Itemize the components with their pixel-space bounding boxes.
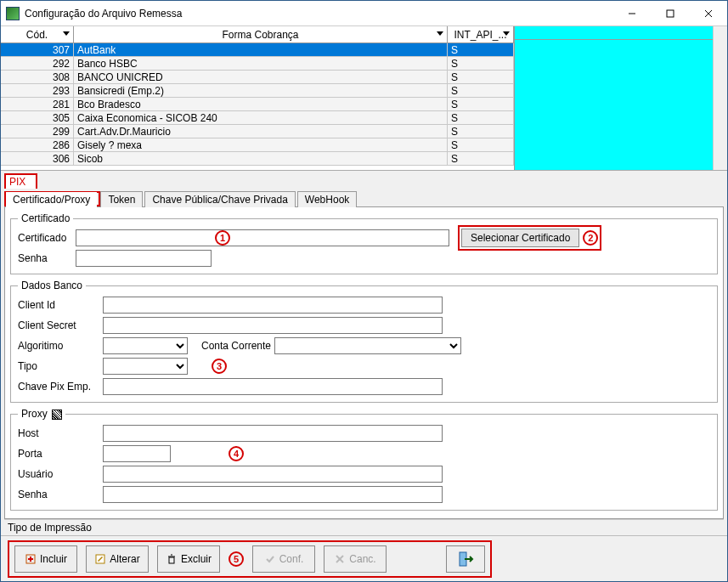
chave-pix-input[interactable] <box>103 378 443 395</box>
group-proxy-legend-text: Proxy <box>21 408 48 420</box>
cell-cod: 307 <box>1 43 74 56</box>
cell-api: S <box>448 152 514 165</box>
cell-forma: Banco HSBC <box>74 57 448 70</box>
conf-button[interactable]: Conf. <box>252 545 315 573</box>
minimize-button[interactable] <box>612 1 651 25</box>
client-id-input[interactable] <box>103 297 443 314</box>
callout-5: 5 <box>229 551 244 567</box>
callout-4: 4 <box>229 446 244 461</box>
cell-api: S <box>448 71 514 83</box>
svg-rect-8 <box>169 557 174 563</box>
table-row[interactable]: 305Caixa Economica - SICOB 240S <box>1 111 514 125</box>
porta-input[interactable] <box>103 445 171 462</box>
proxy-checkbox[interactable] <box>52 410 62 420</box>
scrollbar[interactable] <box>713 26 727 170</box>
label-certificado: Certificado <box>18 232 72 244</box>
cell-api: S <box>448 84 514 97</box>
incluir-label: Incluir <box>40 553 67 565</box>
client-secret-input[interactable] <box>103 317 443 334</box>
select-certificate-button[interactable]: Selecionar Certificado <box>461 229 579 247</box>
label-tipo: Tipo <box>18 360 99 372</box>
label-conta-corrente: Conta Corrente <box>201 340 271 352</box>
cell-cod: 292 <box>1 57 74 70</box>
tab-pix[interactable]: PIX <box>4 173 37 189</box>
table-row[interactable]: 307AutBankS <box>1 43 514 57</box>
cell-api: S <box>448 111 514 124</box>
algoritimo-select[interactable] <box>103 337 188 354</box>
callout-2: 2 <box>583 230 598 246</box>
col-header-forma[interactable]: Forma Cobrança <box>74 26 448 42</box>
window-buttons <box>612 1 727 25</box>
tab-webhook[interactable]: WebHook <box>297 191 357 207</box>
window-title: Configuração do Arquivo Remessa <box>25 8 612 20</box>
tipo-impressao-bar: Tipo de Impressão <box>4 519 724 535</box>
exit-button[interactable] <box>446 545 485 573</box>
table-row[interactable]: 299Cart.Adv.Dr.MauricioS <box>1 125 514 138</box>
conf-label: Conf. <box>279 553 304 565</box>
cell-cod: 293 <box>1 84 74 97</box>
canc-button[interactable]: Canc. <box>324 545 387 573</box>
tab-certificado-proxy[interactable]: Certificado/Proxy <box>6 192 97 207</box>
check-icon <box>264 553 276 565</box>
label-senha-proxy: Senha <box>18 489 99 500</box>
cell-api: S <box>448 43 514 56</box>
tab-chave[interactable]: Chave Pública/Chave Privada <box>144 191 295 207</box>
table-row[interactable]: 293Bansicredi (Emp.2)S <box>1 84 514 98</box>
titlebar: Configuração do Arquivo Remessa <box>1 1 727 26</box>
table-row[interactable]: 292Banco HSBCS <box>1 57 514 71</box>
label-porta: Porta <box>18 448 99 460</box>
cell-api: S <box>448 138 514 151</box>
col-header-cod-label: Cód. <box>26 29 48 41</box>
group-dados-banco: Dados Banco Client Id Client Secret Algo… <box>10 280 718 403</box>
edit-icon <box>94 553 106 565</box>
tab-token[interactable]: Token <box>100 191 143 207</box>
alterar-label: Alterar <box>110 553 139 565</box>
plus-icon <box>25 553 37 565</box>
chevron-down-icon <box>503 31 510 36</box>
cell-forma: AutBank <box>74 43 448 56</box>
col-header-api[interactable]: INT_API_... <box>448 26 514 42</box>
grid-body[interactable]: 307AutBankS292Banco HSBCS308BANCO UNICRE… <box>1 43 514 170</box>
cell-forma: Cart.Adv.Dr.Mauricio <box>74 125 448 138</box>
table-row[interactable]: 286Gisely ? mexaS <box>1 138 514 152</box>
data-grid[interactable]: Cód. Forma Cobrança INT_API_... 307AutBa… <box>1 26 515 170</box>
cell-api: S <box>448 125 514 138</box>
incluir-button[interactable]: Incluir <box>14 545 77 573</box>
group-proxy: Proxy Host Porta 4 Usuário Senha <box>10 408 718 511</box>
col-header-forma-label: Forma Cobrança <box>222 29 298 41</box>
data-grid-area: Cód. Forma Cobrança INT_API_... 307AutBa… <box>1 26 727 171</box>
conta-corrente-select[interactable] <box>274 337 461 354</box>
cell-cod: 286 <box>1 138 74 151</box>
tipo-select[interactable] <box>103 358 188 375</box>
usuario-input[interactable] <box>103 466 443 483</box>
chevron-down-icon <box>63 31 70 36</box>
cell-forma: Sicob <box>74 152 448 165</box>
col-header-cod[interactable]: Cód. <box>1 26 74 42</box>
certificado-input[interactable] <box>76 229 449 246</box>
alterar-button[interactable]: Alterar <box>86 545 149 573</box>
senha-proxy-input[interactable] <box>103 486 443 503</box>
table-row[interactable]: 281Bco BradescoS <box>1 98 514 111</box>
svg-rect-1 <box>667 10 674 17</box>
cell-forma: Bco Bradesco <box>74 98 448 110</box>
label-senha-cert: Senha <box>18 252 72 264</box>
callout-box-2: Selecionar Certificado 2 <box>458 225 601 251</box>
cell-forma: Caixa Economica - SICOB 240 <box>74 111 448 124</box>
app-icon <box>6 7 20 20</box>
label-client-id: Client Id <box>18 299 99 311</box>
group-dados-legend: Dados Banco <box>18 280 86 291</box>
table-row[interactable]: 308BANCO UNICREDS <box>1 71 514 84</box>
maximize-button[interactable] <box>651 1 689 25</box>
chevron-down-icon <box>437 31 443 36</box>
senha-cert-input[interactable] <box>76 250 212 267</box>
table-row[interactable]: 306SicobS <box>1 152 514 166</box>
excluir-button[interactable]: Excluir <box>157 545 220 573</box>
host-input[interactable] <box>103 425 443 442</box>
label-host: Host <box>18 427 99 439</box>
trash-icon <box>166 553 178 565</box>
col-header-api-label: INT_API_... <box>454 29 506 41</box>
cell-cod: 281 <box>1 98 74 110</box>
close-button[interactable] <box>689 1 727 25</box>
app-window: Configuração do Arquivo Remessa Cód. For… <box>0 0 728 582</box>
footer-toolbar: Incluir Alterar Excluir 5 Conf. Canc. <box>1 535 727 581</box>
